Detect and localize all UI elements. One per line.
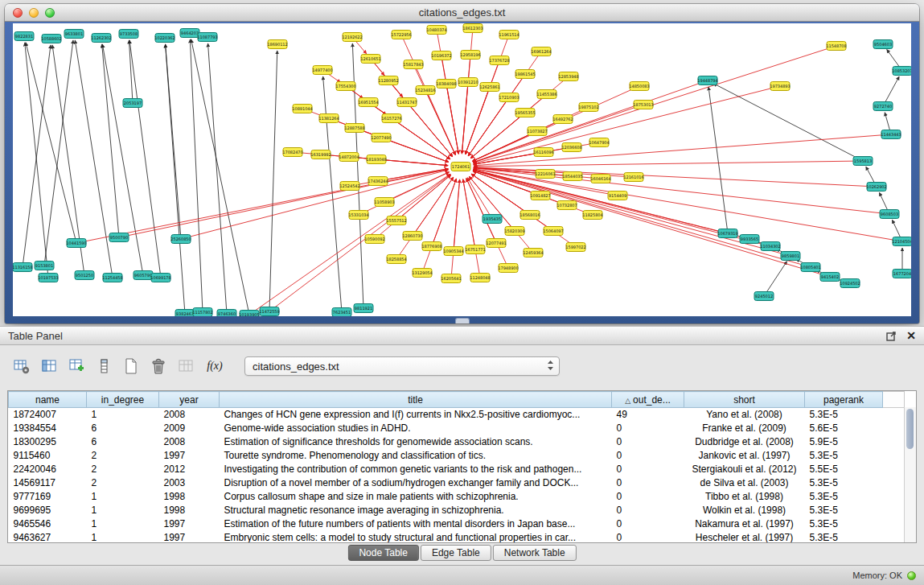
table-cell[interactable]: Tibbo et al. (1998) — [684, 490, 805, 504]
table-cell[interactable]: 1998 — [159, 504, 220, 517]
table-row[interactable]: 946554611997Estimation of the future num… — [9, 517, 905, 531]
table-row[interactable]: 2242004622012Investigating the contribut… — [9, 463, 905, 476]
table-row[interactable]: 1872400712008Changes of HCN gene express… — [9, 408, 905, 422]
column-header-short[interactable]: short — [684, 392, 805, 408]
table-cell[interactable]: 49 — [612, 408, 684, 422]
column-header-name[interactable]: name — [9, 392, 87, 408]
table-row[interactable]: 911546021997Tourette syndrome. Phenomeno… — [9, 449, 905, 463]
table-cell[interactable]: 0 — [612, 517, 684, 531]
table-scrollbar[interactable] — [904, 407, 916, 542]
table-cell[interactable]: Changes of HCN gene expression and I(f) … — [220, 408, 612, 422]
table-cell[interactable]: 5.3E-5 — [805, 449, 883, 463]
network-graph[interactable]: 1724061181930481207749016157276114317471… — [13, 23, 911, 316]
column-header-out_de[interactable]: △out_de... — [612, 392, 684, 408]
table-cell[interactable]: 2012 — [159, 463, 220, 476]
table-cell[interactable]: Yano et al. (2008) — [684, 408, 805, 422]
table-cell[interactable]: 1997 — [159, 517, 220, 531]
table-cell[interactable]: Nakamura et al. (1997) — [684, 517, 805, 531]
table-cell[interactable]: 19384554 — [9, 422, 87, 435]
table-row[interactable]: 977716911998Corpus callosum shape and si… — [9, 490, 905, 504]
table-cell[interactable]: 18724007 — [9, 408, 87, 422]
table-cell[interactable]: 1997 — [159, 531, 220, 543]
table-settings-button[interactable] — [11, 356, 32, 377]
table-cell[interactable]: 9465546 — [9, 517, 87, 531]
table-row[interactable]: 1830029562008Estimation of significance … — [9, 435, 905, 449]
table-cell[interactable]: 9115460 — [9, 449, 87, 463]
table-cell[interactable]: 14569117 — [9, 476, 87, 490]
table-scrollbar-thumb[interactable] — [906, 409, 914, 449]
table-cell[interactable]: 5.3E-5 — [805, 504, 883, 517]
tab-node-table[interactable]: Node Table — [347, 545, 419, 561]
tab-network-table[interactable]: Network Table — [493, 545, 577, 561]
table-cell[interactable]: 5.6E-5 — [805, 422, 883, 435]
table-cell[interactable]: Estimation of the future numbers of pati… — [220, 517, 612, 531]
table-cell[interactable]: 6 — [87, 435, 159, 449]
zoom-window-button[interactable] — [45, 8, 55, 18]
table-cell[interactable]: 0 — [612, 449, 684, 463]
table-cell[interactable]: 2008 — [159, 435, 220, 449]
new-document-button[interactable] — [121, 356, 142, 377]
import-table-button[interactable] — [175, 356, 196, 377]
table-cell[interactable]: 0 — [612, 531, 684, 543]
table-cell[interactable]: Genome-wide association studies in ADHD. — [220, 422, 612, 435]
close-window-button[interactable] — [13, 8, 23, 18]
column-picker-button[interactable] — [93, 356, 114, 377]
table-cell[interactable]: 1 — [87, 531, 159, 543]
table-cell[interactable]: 2009 — [159, 422, 220, 435]
table-cell[interactable]: Dudbridge et al. (2008) — [684, 435, 805, 449]
delete-button[interactable] — [148, 356, 169, 377]
table-cell[interactable]: 1 — [87, 408, 159, 422]
table-row[interactable]: 1938455462009Genome-wide association stu… — [9, 422, 905, 435]
table-cell[interactable]: 0 — [612, 476, 684, 490]
table-cell[interactable]: Embryonic stem cells: a model to study s… — [220, 531, 612, 543]
table-cell[interactable]: 6 — [87, 422, 159, 435]
table-columns-button[interactable] — [39, 356, 60, 377]
table-cell[interactable]: 1 — [87, 490, 159, 504]
table-cell[interactable]: 5.5E-5 — [805, 463, 883, 476]
table-cell[interactable]: 1 — [87, 517, 159, 531]
table-cell[interactable]: 1998 — [159, 490, 220, 504]
table-cell[interactable]: 2 — [87, 449, 159, 463]
table-row[interactable]: 946362711997Embryonic stem cells: a mode… — [9, 531, 905, 543]
table-cell[interactable]: Investigating the contribution of common… — [220, 463, 612, 476]
table-cell[interactable]: Wolkin et al. (1998) — [684, 504, 805, 517]
table-cell[interactable]: Structural magnetic resonance image aver… — [220, 504, 612, 517]
float-panel-icon[interactable] — [886, 331, 897, 341]
table-cell[interactable]: 9777169 — [9, 490, 87, 504]
table-cell[interactable]: 2003 — [159, 476, 220, 490]
table-cell[interactable]: 5.3E-5 — [805, 490, 883, 504]
network-window-titlebar[interactable]: citations_edges.txt — [5, 4, 919, 22]
function-builder-button[interactable]: f(x) — [203, 356, 227, 377]
table-cell[interactable]: 5.3E-5 — [805, 408, 883, 422]
table-cell[interactable]: Tourette syndrome. Phenomenology and cla… — [220, 449, 612, 463]
table-cell[interactable]: 1997 — [159, 449, 220, 463]
table-cell[interactable]: Corpus callosum shape and size in male p… — [220, 490, 612, 504]
table-cell[interactable]: Jankovic et al. (1997) — [684, 449, 805, 463]
column-header-in_degree[interactable]: in_degree — [87, 392, 159, 408]
table-cell[interactable]: 9699695 — [9, 504, 87, 517]
window-resize-nub[interactable] — [455, 318, 470, 323]
table-cell[interactable]: 1 — [87, 504, 159, 517]
table-cell[interactable]: 0 — [612, 463, 684, 476]
column-header-pagerank[interactable]: pagerank — [805, 392, 883, 408]
table-cell[interactable]: 2 — [87, 463, 159, 476]
column-header-year[interactable]: year — [159, 392, 220, 408]
table-source-dropdown[interactable]: citations_edges.txt — [244, 356, 560, 376]
table-edit-rows-button[interactable] — [66, 356, 87, 377]
column-header-title[interactable]: title — [220, 392, 612, 408]
table-cell[interactable]: Estimation of significance thresholds fo… — [220, 435, 612, 449]
table-cell[interactable]: 2 — [87, 476, 159, 490]
table-cell[interactable]: 9463627 — [9, 531, 87, 543]
table-cell[interactable]: 2008 — [159, 408, 220, 422]
table-cell[interactable]: 22420046 — [9, 463, 87, 476]
table-cell[interactable]: 5.3E-5 — [805, 476, 883, 490]
table-cell[interactable]: 0 — [612, 435, 684, 449]
table-cell[interactable]: de Silva et al. (2003) — [684, 476, 805, 490]
table-cell[interactable]: Franke et al. (2009) — [684, 422, 805, 435]
minimize-window-button[interactable] — [29, 8, 39, 18]
table-cell[interactable]: Stergiakouli et al. (2012) — [684, 463, 805, 476]
tab-edge-table[interactable]: Edge Table — [421, 545, 491, 561]
table-cell[interactable]: 5.3E-5 — [805, 517, 883, 531]
table-cell[interactable]: 0 — [612, 422, 684, 435]
table-cell[interactable]: 0 — [612, 490, 684, 504]
